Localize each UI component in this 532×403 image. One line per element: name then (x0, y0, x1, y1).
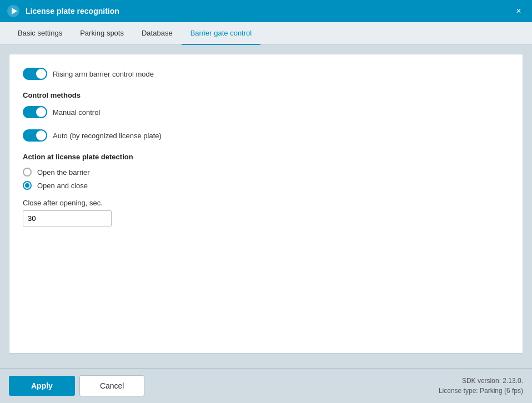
tabs-bar: Basic settings Parking spots Database Ba… (0, 22, 532, 45)
auto-control-toggle[interactable] (23, 129, 47, 142)
tab-database[interactable]: Database (133, 22, 182, 45)
tab-parking-spots[interactable]: Parking spots (71, 22, 133, 45)
open-barrier-radio[interactable] (23, 168, 32, 177)
footer-info: SDK version: 2.13.0. License type: Parki… (439, 376, 523, 396)
rising-arm-toggle[interactable] (23, 68, 47, 80)
manual-control-row: Manual control (23, 106, 509, 118)
open-close-radio[interactable] (23, 181, 32, 190)
content-area: Rising arm barrier control mode Control … (0, 45, 532, 368)
dialog-title: License plate recognition (26, 7, 512, 16)
cancel-button[interactable]: Cancel (79, 375, 145, 396)
auto-control-label: Auto (by recognized license plate) (53, 132, 162, 140)
open-close-row: Open and close (23, 181, 509, 190)
action-section: Action at license plate detection Open t… (23, 153, 509, 190)
open-barrier-label: Open the barrier (37, 168, 90, 177)
close-button[interactable]: × (512, 4, 525, 18)
auto-control-row: Auto (by recognized license plate) (23, 129, 509, 142)
control-methods-heading: Control methods (23, 91, 509, 99)
open-barrier-row: Open the barrier (23, 168, 509, 177)
open-close-label: Open and close (37, 182, 88, 190)
rising-arm-row: Rising arm barrier control mode (23, 68, 509, 80)
license-type: License type: Parking (6 fps) (439, 386, 523, 396)
settings-panel: Rising arm barrier control mode Control … (9, 54, 523, 354)
rising-arm-label: Rising arm barrier control mode (53, 70, 154, 78)
action-section-heading: Action at license plate detection (23, 153, 509, 161)
footer: Apply Cancel SDK version: 2.13.0. Licens… (0, 368, 532, 403)
close-after-input[interactable] (23, 210, 112, 226)
apply-button[interactable]: Apply (9, 376, 75, 396)
tab-barrier-gate-control[interactable]: Barrier gate control (182, 22, 261, 45)
control-methods-section: Control methods Manual control Auto (by … (23, 91, 509, 142)
manual-control-label: Manual control (53, 108, 100, 117)
sdk-version: SDK version: 2.13.0. (439, 376, 523, 386)
dialog: License plate recognition × Basic settin… (0, 0, 532, 403)
close-after-label: Close after opening, sec. (23, 199, 509, 207)
title-bar: License plate recognition × (0, 0, 532, 22)
tab-basic-settings[interactable]: Basic settings (9, 22, 71, 45)
app-icon (7, 4, 20, 18)
close-after-section: Close after opening, sec. (23, 199, 509, 226)
manual-control-toggle[interactable] (23, 106, 47, 118)
